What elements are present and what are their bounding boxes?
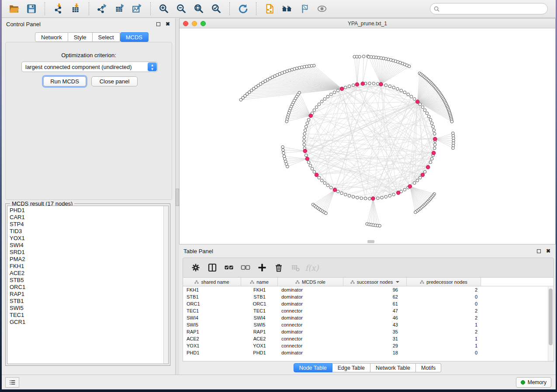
flag-icon[interactable] (296, 1, 313, 16)
network-node[interactable] (416, 179, 419, 182)
network-node[interactable] (377, 197, 380, 200)
criterion-select[interactable]: largest connected component (undirected)… (21, 62, 158, 72)
mcds-result-item[interactable]: TEC1 (10, 312, 168, 319)
network-node[interactable] (307, 161, 310, 164)
network-node[interactable] (429, 118, 432, 121)
save-icon[interactable] (23, 1, 40, 16)
table-row[interactable]: PHD1PHD1dominator180 (183, 349, 554, 356)
network-node[interactable] (320, 100, 323, 103)
network-node[interactable] (318, 176, 321, 179)
table-row[interactable]: TEC1TEC1connector472 (183, 307, 554, 314)
network-node[interactable] (400, 89, 403, 92)
tab-node-table[interactable]: Node Table (294, 363, 332, 372)
memory-button[interactable]: Memory (516, 377, 551, 388)
network-node[interactable] (392, 86, 395, 89)
network-node[interactable] (372, 82, 375, 85)
network-node[interactable] (403, 91, 406, 94)
network-node[interactable] (426, 112, 429, 115)
satellite-node[interactable] (282, 148, 285, 151)
mcds-hub-node[interactable] (426, 165, 430, 169)
mcds-hub-node[interactable] (371, 197, 375, 201)
mcds-result-item[interactable]: PMA2 (10, 256, 168, 263)
network-node[interactable] (423, 109, 426, 112)
network-node[interactable] (360, 197, 363, 200)
new-network-from-file-icon[interactable] (261, 1, 278, 16)
mcds-hub-node[interactable] (421, 173, 425, 177)
network-node[interactable] (344, 86, 347, 89)
satellite-node[interactable] (378, 224, 381, 227)
table-row[interactable]: RAP1RAP1dominator352 (183, 328, 554, 335)
mcds-result-item[interactable]: FKH1 (10, 263, 168, 270)
satellite-node[interactable] (450, 120, 453, 123)
network-node[interactable] (427, 115, 430, 118)
network-node[interactable] (344, 193, 347, 196)
network-node[interactable] (413, 98, 416, 101)
satellite-node[interactable] (285, 120, 288, 123)
home-icon[interactable] (278, 1, 296, 16)
mcds-result-item[interactable]: STB1 (10, 298, 168, 305)
tab-select[interactable]: Select (93, 32, 120, 42)
network-node[interactable] (392, 193, 395, 196)
network-node[interactable] (419, 103, 422, 106)
table-row[interactable]: ACE2ACE2connector311 (183, 335, 554, 342)
network-node[interactable] (330, 186, 333, 189)
close-panel-icon[interactable]: ✖ (165, 21, 171, 27)
network-node[interactable] (303, 132, 306, 135)
network-node[interactable] (364, 197, 367, 200)
column-header-predecessor-nodes[interactable]: predecessor nodes (407, 278, 481, 286)
mcds-hub-node[interactable] (333, 188, 337, 192)
network-node[interactable] (307, 118, 310, 121)
satellite-node[interactable] (239, 98, 242, 101)
tab-network[interactable]: Network (35, 32, 68, 42)
column-header-name[interactable]: name (241, 278, 278, 286)
network-node[interactable] (311, 167, 314, 170)
mcds-hub-node[interactable] (379, 83, 383, 86)
gear-icon[interactable] (187, 259, 204, 276)
network-node[interactable] (368, 82, 371, 85)
add-icon[interactable] (254, 259, 270, 276)
satellite-node[interactable] (358, 55, 361, 58)
network-node[interactable] (304, 129, 307, 132)
network-node[interactable] (348, 194, 351, 197)
search-field[interactable] (430, 3, 548, 14)
export-table-icon[interactable] (111, 1, 128, 16)
mcds-hub-node[interactable] (432, 151, 436, 155)
network-view[interactable] (180, 28, 555, 244)
deselect-all-icon[interactable] (237, 259, 254, 276)
mcds-hub-node[interactable] (305, 157, 309, 161)
network-node[interactable] (303, 136, 306, 139)
mcds-hub-node[interactable] (303, 149, 307, 153)
network-node[interactable] (410, 95, 413, 98)
network-node[interactable] (388, 194, 391, 197)
open-icon[interactable] (5, 1, 23, 16)
network-node[interactable] (433, 132, 436, 135)
table-row[interactable]: ORC1ORC1dominator610 (183, 300, 554, 307)
satellite-node[interactable] (281, 146, 284, 149)
mcds-result-item[interactable]: RAP1 (10, 291, 168, 298)
network-node[interactable] (330, 93, 333, 96)
network-node[interactable] (423, 170, 426, 173)
mcds-result-item[interactable]: SRD1 (10, 249, 168, 256)
mcds-result-list[interactable]: PHD1CAR1STP4TID3YOX1SWI4SRD1PMA2FKH1ACE2… (7, 206, 169, 364)
mcds-hub-node[interactable] (361, 82, 365, 86)
select-all-icon[interactable] (221, 259, 237, 276)
network-node[interactable] (304, 125, 308, 128)
network-node[interactable] (315, 106, 318, 109)
satellite-node[interactable] (414, 211, 417, 214)
network-node[interactable] (432, 125, 435, 128)
network-node[interactable] (377, 83, 380, 86)
network-node[interactable] (384, 196, 387, 199)
close-table-panel-icon[interactable]: ✖ (545, 248, 551, 254)
mcds-result-item[interactable]: STP4 (10, 221, 168, 228)
network-node[interactable] (323, 98, 326, 101)
network-node[interactable] (429, 161, 432, 164)
network-node[interactable] (433, 143, 436, 146)
satellite-node[interactable] (452, 147, 455, 150)
sort-caret-icon[interactable] (396, 281, 399, 283)
mcds-hub-node[interactable] (397, 191, 401, 195)
table-scrollbar[interactable] (548, 287, 553, 361)
close-panel-button[interactable]: Close panel (91, 76, 138, 86)
tab-edge-table[interactable]: Edge Table (332, 363, 370, 372)
network-node[interactable] (333, 91, 336, 94)
import-table-icon[interactable] (67, 1, 84, 16)
